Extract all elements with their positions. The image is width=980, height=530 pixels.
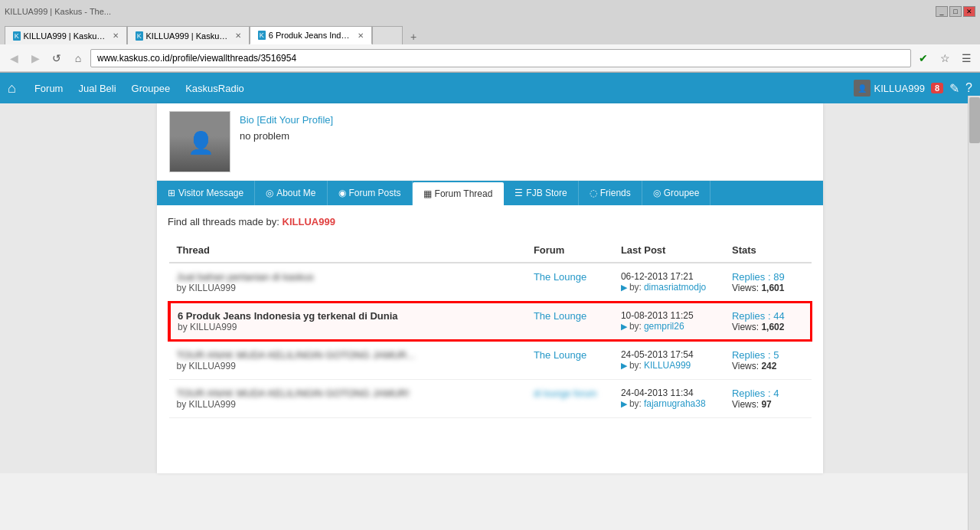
- site-home-icon[interactable]: ⌂: [8, 80, 16, 97]
- nav-kaskusradio[interactable]: KaskusRadio: [178, 83, 252, 94]
- scrollbar-thumb[interactable]: [969, 97, 980, 143]
- nav-groupee[interactable]: Groupee: [124, 83, 178, 94]
- blurred-title-1: Jual bahan pertanian di kaskus: [177, 271, 314, 283]
- window-title: KILLUA999 | Kaskus - The...: [5, 7, 111, 16]
- forum-cell-1: The Lounge: [526, 263, 613, 302]
- thread-author-4[interactable]: KILLUA999: [189, 399, 236, 410]
- profile-tabs: ⊞ Visitor Message ◎ About Me ◉ Forum Pos…: [157, 181, 823, 205]
- last-poster-1[interactable]: dimasriatmodjo: [644, 282, 706, 293]
- address-bar[interactable]: [90, 49, 911, 67]
- tab-visitor-message[interactable]: ⊞ Visitor Message: [157, 181, 255, 205]
- views-1: Views: 1,601: [732, 283, 804, 293]
- find-text: Find all threads made by: KILLUA999: [168, 216, 812, 227]
- minimize-button[interactable]: _: [936, 6, 948, 17]
- tab-fjb-store[interactable]: ☰ FJB Store: [504, 181, 578, 205]
- tab-friends[interactable]: ◌ Friends: [579, 181, 642, 205]
- tab-close-2[interactable]: ✕: [235, 31, 241, 40]
- thread-title-4[interactable]: TOUR ANAK MUDA KELILINGIN GOTONG JAMUR!: [177, 388, 518, 399]
- lastpost-cell-2: 10-08-2013 11:25 ▶ by: gempril26: [613, 302, 724, 341]
- thread-title-1[interactable]: Jual bahan pertanian di kaskus: [177, 271, 518, 283]
- last-post-by-4: ▶ by: fajarnugraha38: [621, 398, 717, 409]
- home-button[interactable]: ⌂: [69, 49, 87, 67]
- tab-close-1[interactable]: ✕: [113, 31, 119, 40]
- tab-about-me[interactable]: ◎ About Me: [255, 181, 327, 205]
- by-label-2: by:: [629, 321, 642, 332]
- title-bar-buttons: _ □ ✕: [936, 6, 975, 17]
- site-nav-right: 👤 KILLUA999 8 ✎ ?: [854, 80, 972, 97]
- stats-cell-2: Replies : 44 Views: 1,602: [724, 302, 812, 341]
- last-poster-4[interactable]: fajarnugraha38: [644, 398, 706, 409]
- forum-link-3[interactable]: The Lounge: [534, 349, 586, 361]
- tab-forum-posts[interactable]: ◉ Forum Posts: [328, 181, 413, 205]
- thread-title-2[interactable]: 6 Produk Jeans Indonesia yg terkenal di …: [178, 310, 518, 322]
- close-button[interactable]: ✕: [963, 6, 975, 17]
- thread-by-4: by KILLUA999: [177, 399, 518, 410]
- blurred-title-3: TOUR ANAK MUDA KELILINGIN GOTONG JAMUR..…: [177, 349, 416, 361]
- tab-text-2: KILLUA999 | Kaskus - The...: [146, 31, 230, 41]
- lastpost-cell-4: 24-04-2013 11:34 ▶ by: fajarnugraha38: [613, 380, 724, 418]
- new-tab-button[interactable]: +: [406, 29, 421, 44]
- tab-forum-thread-label: Forum Thread: [435, 188, 493, 199]
- replies-link-2[interactable]: Replies : 44: [732, 310, 785, 322]
- browser-tab-1[interactable]: K KILLUA999 | Kaskus - The... ✕: [5, 26, 127, 44]
- forum-link-1[interactable]: The Lounge: [534, 271, 586, 283]
- thread-author-1[interactable]: KILLUA999: [189, 283, 236, 293]
- forum-link-2[interactable]: The Lounge: [534, 310, 586, 322]
- site-wrapper: ⌂ Forum Jual Beli Groupee KaskusRadio 👤 …: [0, 73, 980, 530]
- tab-favicon-1: K: [13, 31, 21, 41]
- forward-button[interactable]: ▶: [26, 49, 44, 67]
- replies-link-4[interactable]: Replies : 4: [732, 388, 779, 399]
- browser-chrome: KILLUA999 | Kaskus - The... _ □ ✕ K KILL…: [0, 0, 980, 73]
- menu-icon[interactable]: ☰: [957, 49, 975, 67]
- thread-author-2[interactable]: KILLUA999: [190, 322, 237, 332]
- bio-link[interactable]: Bio [Edit Your Profile]: [240, 114, 333, 126]
- col-thread: Thread: [169, 238, 526, 263]
- tab-visitor-message-label: Visitor Message: [178, 188, 243, 198]
- nav-jualbeli[interactable]: Jual Beli: [70, 83, 123, 94]
- replies-link-3[interactable]: Replies : 5: [732, 349, 779, 361]
- replies-link-1[interactable]: Replies : 89: [732, 271, 785, 283]
- content-area: Find all threads made by: KILLUA999 Thre…: [157, 205, 823, 473]
- browser-tab-3[interactable]: K 6 Produk Jeans Indonesia... ✕: [250, 26, 372, 44]
- tab-forum-thread[interactable]: ▦ Forum Thread: [413, 182, 505, 205]
- edit-icon[interactable]: ✎: [949, 81, 959, 96]
- by-label-4: by:: [629, 398, 642, 409]
- forum-posts-icon: ◉: [338, 188, 346, 198]
- by-label-3: by:: [629, 360, 642, 371]
- thread-author-3[interactable]: KILLUA999: [189, 361, 236, 371]
- stats-cell-1: Replies : 89 Views: 1,601: [724, 263, 812, 302]
- back-button[interactable]: ◀: [5, 49, 23, 67]
- browser-tab-2[interactable]: K KILLUA999 | Kaskus - The... ✕: [127, 26, 250, 44]
- help-icon[interactable]: ?: [965, 81, 972, 95]
- scrollbar[interactable]: [968, 96, 980, 530]
- reload-button[interactable]: ↺: [47, 49, 66, 67]
- thread-cell-3: TOUR ANAK MUDA KELILINGIN GOTONG JAMUR..…: [169, 341, 526, 380]
- views-2: Views: 1,602: [732, 322, 803, 332]
- last-poster-3[interactable]: KILLUA999: [644, 360, 691, 371]
- stats-cell-4: Replies : 4 Views: 97: [724, 380, 812, 418]
- thread-title-3[interactable]: TOUR ANAK MUDA KELILINGIN GOTONG JAMUR..…: [177, 349, 518, 361]
- notification-badge[interactable]: 8: [931, 83, 943, 93]
- last-post-date-2: 10-08-2013 11:25: [621, 310, 717, 321]
- nav-forum[interactable]: Forum: [27, 83, 71, 94]
- maximize-button[interactable]: □: [949, 6, 962, 17]
- tab-groupee[interactable]: ◎ Groupee: [642, 181, 711, 205]
- tab-close-3[interactable]: ✕: [358, 31, 364, 40]
- about-me-icon: ◎: [266, 188, 273, 198]
- post-icon-3: ▶: [621, 361, 627, 371]
- thread-by-3: by KILLUA999: [177, 361, 518, 371]
- browser-tab-4[interactable]: [372, 26, 403, 44]
- tab-bar: K KILLUA999 | Kaskus - The... ✕ K KILLUA…: [0, 23, 980, 44]
- nav-user[interactable]: 👤 KILLUA999: [854, 80, 925, 97]
- thread-cell-4: TOUR ANAK MUDA KELILINGIN GOTONG JAMUR! …: [169, 380, 526, 418]
- find-username[interactable]: KILLUA999: [283, 216, 335, 227]
- bookmark-star-icon[interactable]: ☆: [936, 49, 954, 67]
- find-prefix: Find all threads made by:: [168, 216, 279, 227]
- views-4: Views: 97: [732, 399, 804, 410]
- thread-title-link-2[interactable]: 6 Produk Jeans Indonesia yg terkenal di …: [178, 310, 398, 322]
- nav-bar: ◀ ▶ ↺ ⌂ ✔ ☆ ☰: [0, 44, 980, 72]
- tab-groupee-label: Groupee: [664, 188, 700, 198]
- visitor-message-icon: ⊞: [168, 188, 175, 198]
- tab-forum-posts-label: Forum Posts: [349, 188, 401, 198]
- last-poster-2[interactable]: gempril26: [644, 321, 684, 332]
